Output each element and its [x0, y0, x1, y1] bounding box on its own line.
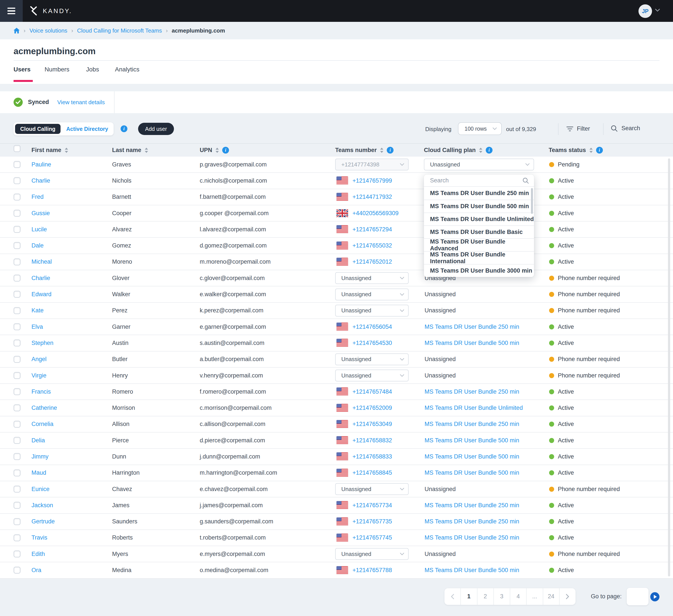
info-icon[interactable]: i: [222, 147, 229, 153]
page-next-button[interactable]: [559, 588, 576, 605]
row-checkbox[interactable]: [14, 275, 21, 282]
plan-link[interactable]: MS Teams DR User Bundle 250 min: [425, 388, 519, 395]
teams-number-select[interactable]: Unassigned: [335, 548, 409, 560]
first-name-link[interactable]: Catherine: [31, 400, 57, 416]
first-name-link[interactable]: Virgie: [31, 368, 46, 383]
plan-option[interactable]: MS Teams DR User Bundle 3000 min: [424, 264, 534, 277]
toggle-active-directory[interactable]: Active Directory: [62, 122, 113, 135]
row-checkbox[interactable]: [14, 421, 21, 428]
go-to-page-button[interactable]: [650, 592, 659, 601]
view-tenant-details-link[interactable]: View tenant details: [57, 99, 105, 106]
row-checkbox[interactable]: [14, 323, 21, 330]
teams-number-select[interactable]: Unassigned: [335, 272, 409, 284]
tab-numbers[interactable]: Numbers: [45, 66, 69, 73]
breadcrumb-link[interactable]: Cloud Calling for Microsoft Teams: [77, 27, 162, 34]
plan-link[interactable]: MS Teams DR User Bundle 500 min: [425, 453, 519, 460]
row-checkbox[interactable]: [14, 404, 21, 411]
teams-number-link[interactable]: +12147657999: [353, 178, 392, 184]
tab-jobs[interactable]: Jobs: [86, 66, 99, 73]
teams-number-select[interactable]: Unassigned: [335, 483, 409, 495]
plan-link[interactable]: MS Teams DR User Bundle 500 min: [425, 567, 519, 574]
teams-number-link[interactable]: +12147657735: [353, 518, 392, 525]
first-name-link[interactable]: Ora: [31, 562, 41, 578]
first-name-link[interactable]: Gussie: [31, 205, 50, 221]
teams-number-link[interactable]: +12147653049: [353, 421, 392, 427]
first-name-link[interactable]: Travis: [31, 530, 47, 546]
plan-dropdown-search[interactable]: [424, 175, 534, 187]
first-name-link[interactable]: Kate: [31, 303, 44, 318]
first-name-link[interactable]: Cornelia: [31, 416, 53, 432]
plan-link[interactable]: MS Teams DR User Bundle 500 min: [425, 340, 519, 346]
plan-option[interactable]: MS Teams DR User Bundle Basic: [424, 226, 534, 238]
teams-number-link[interactable]: +12147656054: [353, 323, 392, 330]
tab-users[interactable]: Users: [14, 66, 31, 73]
chevron-down-icon[interactable]: [655, 9, 660, 12]
page-button-1[interactable]: 1: [460, 588, 477, 605]
add-user-button[interactable]: Add user: [138, 123, 174, 135]
first-name-link[interactable]: Lucile: [31, 222, 47, 237]
home-icon[interactable]: [14, 28, 20, 33]
plan-link[interactable]: MS Teams DR User Bundle 250 min: [425, 518, 519, 525]
first-name-link[interactable]: Edith: [31, 546, 45, 562]
teams-number-select[interactable]: Unassigned: [335, 353, 409, 365]
first-name-link[interactable]: Jackson: [31, 498, 53, 513]
first-name-link[interactable]: Stephen: [31, 335, 53, 351]
first-name-link[interactable]: Jimmy: [31, 449, 48, 465]
plan-option[interactable]: MS Teams DR User Bundle Advanced: [424, 238, 534, 251]
row-checkbox[interactable]: [14, 372, 21, 379]
rows-per-page-select[interactable]: 100 rows: [458, 122, 502, 135]
row-checkbox[interactable]: [14, 453, 21, 460]
sort-icon[interactable]: [64, 147, 68, 153]
first-name-link[interactable]: Fred: [31, 189, 44, 205]
row-checkbox[interactable]: [14, 551, 21, 558]
teams-number-select[interactable]: Unassigned: [335, 370, 409, 381]
row-checkbox[interactable]: [14, 242, 21, 249]
first-name-link[interactable]: Francis: [31, 384, 51, 399]
first-name-link[interactable]: Dale: [31, 238, 44, 253]
page-button-24[interactable]: 24: [543, 588, 559, 605]
sort-icon[interactable]: [145, 147, 148, 153]
plan-option[interactable]: MS Teams DR User Bundle 250 min: [424, 187, 534, 200]
plan-option[interactable]: MS Teams DR User Bundle International: [424, 251, 534, 264]
row-checkbox[interactable]: [14, 518, 21, 525]
plan-link[interactable]: MS Teams DR User Bundle 250 min: [425, 534, 519, 541]
teams-number-link[interactable]: +12147657745: [353, 534, 392, 541]
avatar[interactable]: JP: [639, 4, 652, 18]
page-button-3[interactable]: 3: [493, 588, 510, 605]
row-checkbox[interactable]: [14, 194, 21, 201]
row-checkbox[interactable]: [14, 388, 21, 395]
first-name-link[interactable]: Charlie: [31, 173, 50, 189]
teams-number-link[interactable]: +12147652009: [353, 404, 392, 411]
teams-number-link[interactable]: +12147658845: [353, 470, 392, 476]
plan-link[interactable]: MS Teams DR User Bundle 250 min: [425, 421, 519, 427]
search-input[interactable]: [430, 177, 511, 184]
teams-number-link[interactable]: +12147655032: [353, 242, 392, 249]
first-name-link[interactable]: Gertrude: [31, 514, 55, 530]
toggle-cloud-calling[interactable]: Cloud Calling: [15, 124, 60, 134]
first-name-link[interactable]: Delia: [31, 432, 45, 448]
row-checkbox[interactable]: [14, 486, 21, 493]
first-name-link[interactable]: Charlie: [31, 270, 50, 286]
teams-number-link[interactable]: +4402056569309: [353, 210, 399, 217]
first-name-link[interactable]: Elva: [31, 319, 43, 335]
teams-number-link[interactable]: +12147652012: [353, 258, 392, 265]
select-all-checkbox[interactable]: [14, 145, 21, 152]
scrollbar[interactable]: [668, 159, 670, 577]
go-to-page-input[interactable]: [627, 588, 649, 605]
row-checkbox[interactable]: [14, 177, 21, 184]
teams-number-link[interactable]: +12144717932: [353, 194, 392, 200]
row-checkbox[interactable]: [14, 258, 21, 265]
teams-number-link[interactable]: +12147654530: [353, 340, 392, 346]
tab-analytics[interactable]: Analytics: [115, 66, 140, 73]
info-icon[interactable]: i: [387, 147, 394, 153]
sort-icon[interactable]: [479, 147, 483, 153]
row-checkbox[interactable]: [14, 161, 21, 168]
teams-number-select[interactable]: Unassigned: [335, 305, 409, 317]
teams-number-link[interactable]: +12147657484: [353, 388, 392, 395]
teams-number-link[interactable]: +12147658833: [353, 453, 392, 460]
plan-link[interactable]: MS Teams DR User Bundle 250 min: [425, 323, 519, 330]
teams-number-select[interactable]: +12147774398: [335, 159, 409, 171]
row-checkbox[interactable]: [14, 291, 21, 298]
page-prev-button[interactable]: [444, 588, 460, 605]
page-button-2[interactable]: 2: [477, 588, 493, 605]
